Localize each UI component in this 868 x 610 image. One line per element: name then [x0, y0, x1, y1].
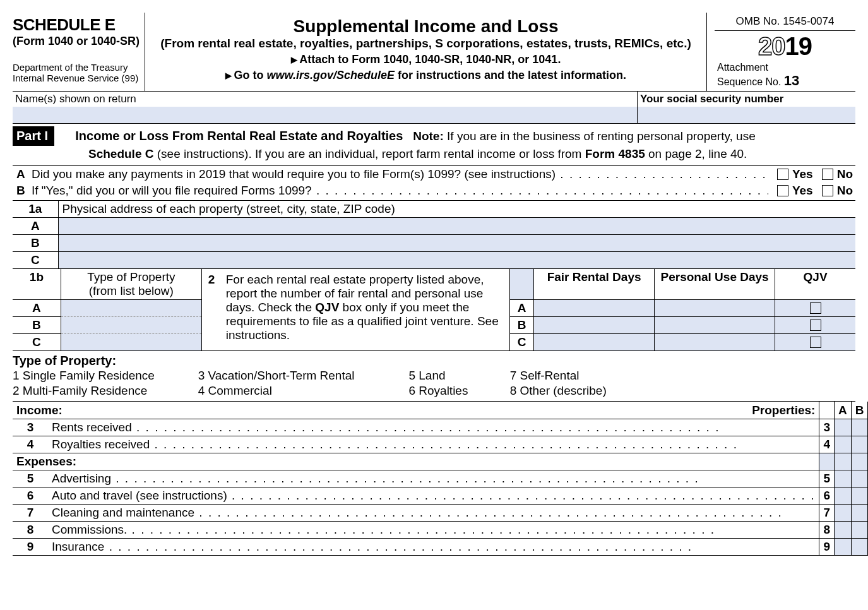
personal-use-header: Personal Use Days [655, 269, 775, 300]
fair-rental-header: Fair Rental Days [534, 269, 655, 300]
line-7-desc: Cleaning and maintenance [48, 504, 819, 521]
line-5-b-input[interactable] [851, 470, 868, 487]
expenses-header: Expenses: [13, 453, 819, 470]
col-a-header: A [835, 402, 852, 419]
line-5-a-input[interactable] [835, 470, 852, 487]
property-type-legend: Type of Property: 1 Single Family Reside… [13, 351, 855, 402]
attachment-sequence: Attachment Sequence No. 13 [715, 62, 855, 88]
line-9-b-input[interactable] [851, 538, 868, 555]
line-6-b-input[interactable] [851, 487, 868, 504]
header-center: Supplemental Income and Loss (From renta… [145, 13, 707, 91]
line-5-desc: Advertising [48, 470, 819, 487]
line-1a-number: 1a [13, 201, 58, 218]
line-6-desc: Auto and travel (see instructions) [48, 487, 819, 504]
fair-rental-a-input[interactable] [534, 300, 655, 317]
type-b-input[interactable] [61, 317, 201, 334]
line-8-desc: Commissions. [48, 521, 819, 538]
line-1a-table: 1a Physical address of each property (st… [13, 201, 855, 269]
line-9-desc: Insurance [48, 538, 819, 555]
questions-block: A Did you make any payments in 2019 that… [13, 166, 855, 201]
properties-header: Properties: [205, 402, 819, 419]
question-b: B If "Yes," did you or will you file req… [13, 182, 855, 199]
form-title: Supplemental Income and Loss [150, 16, 701, 37]
qjv-a-checkbox[interactable] [810, 302, 821, 314]
line-8-b-input[interactable] [851, 521, 868, 538]
goto-instruction: Go to www.irs.gov/ScheduleE for instruct… [150, 69, 701, 82]
line-8-a-input[interactable] [835, 521, 852, 538]
form-header: SCHEDULE E (Form 1040 or 1040-SR) Depart… [13, 13, 855, 92]
line-1a-label: Physical address of each property (stree… [58, 201, 855, 218]
type-a-input[interactable] [61, 300, 201, 317]
qjv-header: QJV [775, 269, 855, 300]
income-expense-table: Income: Properties: A B C 3 Rents receiv… [13, 402, 868, 556]
address-b-input[interactable] [58, 235, 855, 252]
form-number: (Form 1040 or 1040-SR) [13, 35, 141, 48]
line-6-a-input[interactable] [835, 487, 852, 504]
personal-use-a-input[interactable] [655, 300, 775, 317]
tax-year: 2019 [715, 32, 855, 61]
line-7-b-input[interactable] [851, 504, 868, 521]
question-a: A Did you make any payments in 2019 that… [13, 166, 855, 182]
address-c-input[interactable] [58, 252, 855, 269]
col-b-header: B [851, 402, 868, 419]
part-i-title: Income or Loss From Rental Real Estate a… [75, 129, 403, 143]
form-subtitle: (From rental real estate, royalties, par… [150, 37, 701, 51]
personal-use-b-input[interactable] [655, 317, 775, 334]
schedule-label: SCHEDULE E [13, 15, 141, 35]
name-field: Name(s) shown on return [13, 92, 638, 123]
attach-instruction: Attach to Form 1040, 1040-SR, 1040-NR, o… [150, 53, 701, 66]
line-1b-2-table: 1b Type of Property (from list below) 2 … [13, 269, 855, 351]
address-a-input[interactable] [58, 218, 855, 235]
fair-rental-b-input[interactable] [534, 317, 655, 334]
part-i-label: Part I [13, 126, 54, 146]
name-input[interactable] [13, 107, 637, 123]
personal-use-c-input[interactable] [655, 334, 775, 351]
ssn-label: Your social security number [638, 92, 855, 107]
line-2-text: For each rental real estate property lis… [226, 273, 503, 342]
line-4-desc: Royalties received [48, 436, 819, 453]
ssn-field: Your social security number [638, 92, 855, 123]
line-1b-label: Type of Property (from list below) [61, 269, 201, 300]
header-left: SCHEDULE E (Form 1040 or 1040-SR) Depart… [13, 13, 145, 91]
ssn-input[interactable] [638, 107, 855, 123]
department-info: Department of the Treasury Internal Reve… [13, 62, 141, 84]
line-3-a-input[interactable] [835, 419, 852, 436]
question-a-yes-checkbox[interactable] [777, 169, 788, 180]
line-3-desc: Rents received [48, 419, 819, 436]
line-2-cell: 2 For each rental real estate property l… [201, 269, 509, 351]
question-b-yes-checkbox[interactable] [777, 185, 788, 196]
line-9-a-input[interactable] [835, 538, 852, 555]
fair-rental-c-input[interactable] [534, 334, 655, 351]
line-4-a-input[interactable] [835, 436, 852, 453]
name-label: Name(s) shown on return [13, 92, 637, 107]
line-7-a-input[interactable] [835, 504, 852, 521]
question-a-no-checkbox[interactable] [822, 169, 833, 180]
line-4-b-input[interactable] [851, 436, 868, 453]
line-1b-number: 1b [13, 269, 61, 300]
income-header: Income: [13, 402, 205, 419]
line-3-b-input[interactable] [851, 419, 868, 436]
part-i-heading: Part I Income or Loss From Rental Real E… [13, 124, 855, 167]
part-i-continuation: Schedule C (see instructions). If you ar… [88, 146, 855, 162]
question-b-no-checkbox[interactable] [822, 185, 833, 196]
schedule-e-form: SCHEDULE E (Form 1040 or 1040-SR) Depart… [13, 13, 855, 556]
omb-number: OMB No. 1545-0074 [715, 15, 855, 31]
header-right: OMB No. 1545-0074 2019 Attachment Sequen… [707, 13, 855, 91]
qjv-b-checkbox[interactable] [810, 320, 821, 331]
type-c-input[interactable] [61, 334, 201, 351]
qjv-c-checkbox[interactable] [810, 337, 821, 348]
name-ssn-row: Name(s) shown on return Your social secu… [13, 92, 855, 124]
